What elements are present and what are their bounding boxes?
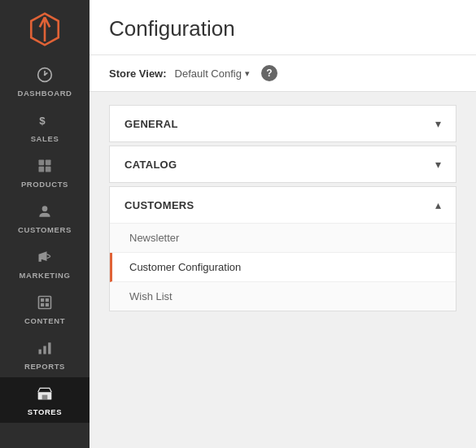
- svg-rect-4: [46, 160, 51, 166]
- svg-point-1: [44, 74, 46, 76]
- sidebar-item-content-label: CONTENT: [24, 316, 65, 325]
- sidebar-item-stores-label: STORES: [28, 407, 63, 416]
- customer-configuration-item[interactable]: Customer Configuration: [110, 253, 456, 282]
- store-view-label: Store View:: [109, 67, 167, 80]
- svg-rect-18: [42, 395, 48, 400]
- customers-section-title: CUSTOMERS: [124, 199, 194, 211]
- customers-section-body: Newsletter Customer Configuration Wish L…: [110, 223, 456, 311]
- store-view-select[interactable]: Default Config ▾: [175, 67, 250, 80]
- sidebar-item-products-label: PRODUCTS: [21, 180, 68, 189]
- store-view-bar: Store View: Default Config ▾ ?: [90, 55, 476, 92]
- marketing-icon: [37, 249, 53, 267]
- svg-point-7: [42, 206, 48, 211]
- svg-rect-8: [39, 259, 41, 262]
- customers-chevron-icon: ▴: [435, 198, 441, 211]
- customers-section-header[interactable]: CUSTOMERS ▴: [110, 187, 456, 223]
- svg-rect-14: [39, 350, 41, 354]
- products-icon: [37, 158, 53, 176]
- magento-logo-icon: [27, 11, 63, 47]
- svg-rect-15: [43, 346, 46, 354]
- store-view-value: Default Config: [175, 67, 242, 80]
- catalog-section-header[interactable]: CATALOG ▾: [110, 146, 456, 182]
- customers-section: CUSTOMERS ▴ Newsletter Customer Configur…: [109, 186, 456, 311]
- content-icon: [37, 294, 53, 313]
- general-section: GENERAL ▾: [109, 105, 456, 142]
- svg-rect-10: [41, 298, 44, 302]
- sidebar-item-reports-label: REPORTS: [24, 362, 65, 371]
- svg-rect-12: [41, 303, 44, 307]
- sidebar-item-sales[interactable]: $ SALES: [0, 104, 90, 150]
- general-chevron-icon: ▾: [435, 117, 441, 130]
- sidebar-item-stores[interactable]: STORES: [0, 377, 90, 423]
- general-section-title: GENERAL: [124, 118, 178, 130]
- svg-rect-9: [39, 297, 51, 309]
- config-sections: GENERAL ▾ CATALOG ▾ CUSTOMERS ▴ Newslett…: [90, 92, 476, 328]
- sidebar-item-products[interactable]: PRODUCTS: [0, 150, 90, 195]
- catalog-section: CATALOG ▾: [109, 146, 456, 183]
- sidebar-item-sales-label: SALES: [31, 134, 59, 143]
- svg-rect-13: [46, 303, 49, 307]
- sidebar-item-customers-label: CUSTOMERS: [18, 225, 72, 234]
- sidebar-item-customers[interactable]: CUSTOMERS: [0, 195, 90, 241]
- svg-text:$: $: [39, 115, 46, 127]
- help-icon[interactable]: ?: [261, 65, 277, 81]
- svg-rect-6: [46, 167, 51, 172]
- main-content: Configuration Store View: Default Config…: [90, 0, 476, 448]
- reports-icon: [37, 340, 53, 359]
- sidebar-item-dashboard[interactable]: DASHBOARD: [0, 59, 90, 104]
- sidebar: DASHBOARD $ SALES PRODUCTS: [0, 0, 90, 448]
- page-header: Configuration: [90, 0, 476, 55]
- newsletter-item[interactable]: Newsletter: [110, 224, 456, 253]
- sidebar-logo: [0, 0, 90, 59]
- catalog-section-title: CATALOG: [124, 159, 177, 171]
- dropdown-arrow-icon: ▾: [245, 68, 250, 79]
- svg-rect-16: [48, 342, 50, 354]
- sidebar-item-reports[interactable]: REPORTS: [0, 332, 90, 377]
- sidebar-item-marketing[interactable]: MARKETING: [0, 241, 90, 286]
- general-section-header[interactable]: GENERAL ▾: [110, 106, 456, 141]
- sales-icon: $: [37, 112, 53, 131]
- svg-rect-5: [39, 167, 45, 172]
- dashboard-icon: [37, 67, 53, 85]
- catalog-chevron-icon: ▾: [435, 158, 441, 171]
- svg-rect-11: [46, 298, 49, 302]
- sidebar-item-content[interactable]: CONTENT: [0, 286, 90, 332]
- svg-rect-3: [39, 160, 45, 166]
- sidebar-item-marketing-label: MARKETING: [20, 271, 71, 280]
- stores-icon: [37, 385, 53, 404]
- sidebar-item-dashboard-label: DASHBOARD: [17, 89, 72, 98]
- wish-list-item[interactable]: Wish List: [110, 282, 456, 311]
- customers-icon: [37, 203, 53, 222]
- page-title: Configuration: [109, 16, 456, 41]
